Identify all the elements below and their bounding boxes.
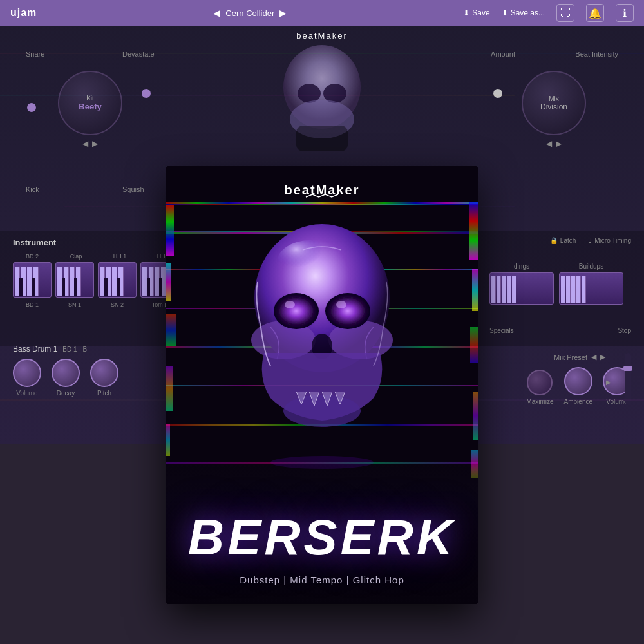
seg-sn1: SN 1: [55, 301, 94, 308]
volume-knob-label: Volume: [16, 390, 37, 397]
card-bg: beatMaker: [166, 166, 478, 604]
mix-label: Mix: [549, 95, 559, 102]
patterns-area: dings Buildups: [489, 263, 631, 305]
right-pixel-block-4: [473, 392, 478, 440]
next-preset-button[interactable]: ▶: [279, 8, 287, 18]
overlay-card: beatMaker: [166, 166, 478, 604]
ambience-label: Ambience: [564, 398, 592, 405]
berserk-subtitle-container: Dubstep | Mid Tempo | Glitch Hop: [240, 574, 404, 586]
keys-buildups[interactable]: [559, 272, 623, 305]
squish-label: Squish: [122, 185, 144, 193]
card-beatmaker-logo: beatMaker: [270, 180, 374, 202]
preset-name: Cern Collider: [225, 8, 274, 18]
latch-button[interactable]: 🔒 Latch: [550, 237, 576, 244]
snare-label: Snare: [26, 48, 44, 59]
right-pixel-block-3: [470, 327, 478, 363]
mix-preset-prev[interactable]: ◀: [591, 353, 596, 361]
ujam-logo: ujam: [10, 7, 37, 19]
micro-timing-button[interactable]: ♩ Micro Timing: [589, 237, 631, 244]
right-pixel-block-1: [469, 202, 478, 260]
decay-knob[interactable]: [52, 359, 80, 387]
pitch-knob-item: Pitch: [90, 359, 118, 397]
specials-label: Specials: [489, 327, 514, 334]
berserk-title-container: BERSERK: [188, 512, 456, 562]
snare-knob[interactable]: [27, 103, 36, 112]
svg-rect-4: [296, 126, 348, 151]
kit-nav: ◀ ▶: [58, 139, 122, 148]
seg-clap: Clap: [57, 253, 95, 260]
intro-buildups-labels: dings Buildups: [489, 263, 631, 270]
ambience-knob-item: Ambience: [564, 367, 592, 405]
beat-intensity-label: Beat Intensity: [575, 48, 618, 59]
latch-row: 🔒 Latch ♩ Micro Timing: [550, 237, 631, 244]
right-mix-knobs: Maximize Ambience Volume: [526, 367, 631, 405]
seg-bd2: BD 2: [13, 253, 52, 260]
arrow-button[interactable]: ▶: [604, 377, 613, 386]
mix-value: Division: [540, 102, 567, 111]
right-pixel-block-2: [472, 269, 478, 311]
pitch-knob[interactable]: [90, 359, 118, 387]
mix-nav: ◀ ▶: [522, 139, 586, 148]
keys-bd2[interactable]: [13, 262, 52, 298]
buildups-label: Buildups: [559, 263, 623, 270]
volume-knob-item: Volume: [13, 359, 41, 397]
kick-label: Kick: [26, 185, 39, 193]
mix-knob[interactable]: Mix Division: [522, 71, 586, 135]
slider-thumb[interactable]: [623, 366, 632, 371]
kit-next-button[interactable]: ▶: [92, 139, 98, 148]
maximize-knob[interactable]: [527, 370, 553, 395]
left-pixel-block-5: [166, 424, 170, 456]
preset-nav: ◀ Cern Collider ▶: [50, 8, 450, 18]
mix-preset-next[interactable]: ▶: [600, 353, 605, 361]
kit-label: Kit: [86, 95, 94, 102]
left-pixel-block-1: [166, 205, 174, 256]
decay-knob-item: Decay: [52, 359, 80, 397]
svg-point-15: [285, 301, 295, 308]
save-button[interactable]: ⬇ Save: [463, 8, 489, 17]
beatmaker-header-logo: beatMaker: [296, 31, 347, 41]
skull-3d-bg: [264, 35, 380, 164]
expand-button[interactable]: ⛶: [556, 4, 574, 22]
svg-point-14: [330, 297, 366, 325]
mix-preset-label: Mix Preset: [554, 354, 587, 361]
seg-sn2: SN 2: [98, 301, 137, 308]
devastate-knob-dot[interactable]: [142, 89, 151, 98]
berserk-subtitle: Dubstep | Mid Tempo | Glitch Hop: [240, 574, 404, 585]
right-key-strips: [489, 272, 631, 305]
volume-knob[interactable]: [13, 359, 41, 387]
svg-text:beatMaker: beatMaker: [285, 183, 360, 197]
specials-stop-row: Specials Stop: [489, 327, 631, 334]
info-button[interactable]: ℹ: [616, 4, 634, 22]
keys-hh1[interactable]: [98, 262, 137, 298]
mix-section: Mix Division ◀ ▶: [522, 71, 586, 148]
vert-slider[interactable]: [625, 353, 631, 404]
save-as-button[interactable]: ⬇ Save as...: [502, 8, 545, 17]
mix-preset-row: Mix Preset ◀ ▶: [554, 353, 605, 361]
left-pixel-block-2: [166, 263, 171, 301]
mix-prev-button[interactable]: ◀: [546, 139, 552, 148]
seg-bd1: BD 1: [13, 301, 52, 308]
left-pixel-block-3: [166, 314, 176, 346]
mix-next-button[interactable]: ▶: [556, 139, 562, 148]
seg-hh1: HH 1: [100, 253, 139, 260]
bass-drum-title: Bass Drum 1: [13, 345, 57, 354]
keys-clap[interactable]: [55, 262, 94, 298]
mix-amount-knob[interactable]: [493, 89, 502, 98]
top-bar-actions: ⬇ Save ⬇ Save as... ⛶ 🔔 ℹ: [463, 4, 634, 22]
svg-point-13: [278, 297, 314, 325]
svg-point-16: [336, 301, 346, 308]
dings-label: dings: [489, 263, 554, 270]
bell-button[interactable]: 🔔: [586, 4, 604, 22]
keys-dings[interactable]: [489, 272, 554, 305]
save-as-icon: ⬇: [502, 8, 508, 17]
card-skull: [225, 198, 419, 469]
stop-label: Stop: [618, 327, 631, 334]
prev-preset-button[interactable]: ◀: [213, 8, 220, 18]
left-pixel-block-4: [166, 366, 173, 411]
ambience-knob[interactable]: [564, 367, 592, 395]
kit-knob[interactable]: Kit Beefy: [58, 71, 122, 135]
kit-prev-button[interactable]: ◀: [82, 139, 88, 148]
top-bar: ujam ◀ Cern Collider ▶ ⬇ Save ⬇ Save as.…: [0, 0, 644, 26]
maximize-label: Maximize: [526, 398, 553, 405]
maximize-knob-item: Maximize: [526, 370, 553, 405]
